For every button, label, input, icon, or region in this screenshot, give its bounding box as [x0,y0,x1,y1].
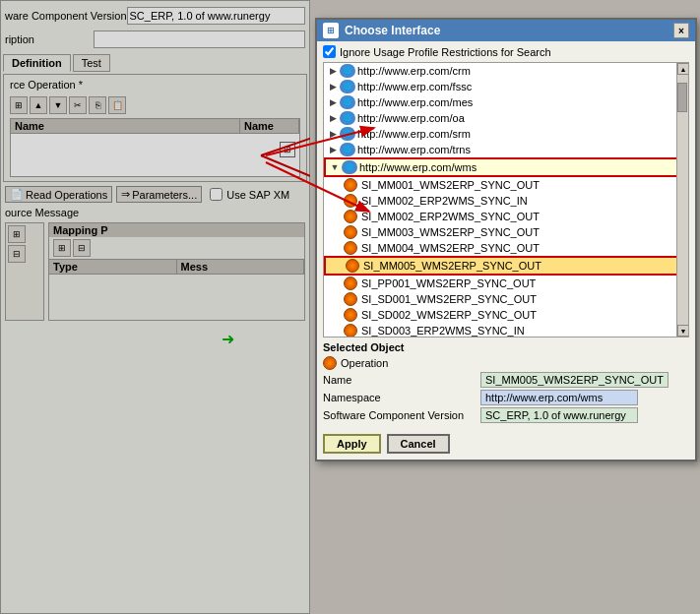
world-icon-fssc: 🌐 [340,80,355,93]
modal-icon: ⊞ [323,23,339,38]
tree-arrow-crm: ▶ [328,66,338,76]
tree-label-srm: http://www.erp.com/srm [357,128,471,140]
selected-namespace-label: Namespace [323,392,480,403]
tree-label-fssc: http://www.erp.com/fssc [357,81,472,92]
op-icon-8 [344,292,357,306]
op-icon-4 [344,225,357,239]
op-icon-10 [344,324,357,337]
selected-namespace-row: Namespace http://www.erp.com/wms [323,389,689,406]
choose-interface-dialog: ⊞ Choose Interface × Ignore Usage Profil… [315,18,697,461]
modal-title-bar: ⊞ Choose Interface × [317,20,695,41]
tree-item-op6[interactable]: SI_MM005_WMS2ERP_SYNC_OUT [324,256,688,276]
tree-label-op9: SI_SD002_WMS2ERP_SYNC_OUT [361,309,537,321]
tree-label-op3: SI_MM002_ERP2WMS_SYNC_OUT [361,211,540,222]
tree-label-op7: SI_PP001_WMS2ERP_SYNC_OUT [361,277,536,289]
tree-label-op6: SI_MM005_WMS2ERP_SYNC_OUT [363,260,541,272]
tree-arrow-trns: ▶ [328,145,338,154]
tree-item-fssc[interactable]: ▶ 🌐 http://www.erp.com/fssc [324,79,688,94]
tree-item-op1[interactable]: SI_MM001_WMS2ERP_SYNC_OUT [324,177,688,193]
ignore-usage-checkbox[interactable] [323,45,336,58]
selected-name-label: Name [323,374,480,386]
op-icon-1 [344,178,357,192]
tree-arrow-mes: ▶ [328,97,338,107]
tree-item-op7[interactable]: SI_PP001_WMS2ERP_SYNC_OUT [324,276,688,291]
tree-container: ▶ 🌐 http://www.erp.com/crm ▶ 🌐 http://ww… [317,62,695,338]
tree-item-op8[interactable]: SI_SD001_WMS2ERP_SYNC_OUT [324,291,688,307]
selected-namespace-value: http://www.erp.com/wms [480,390,638,405]
world-icon-wms: 🌐 [342,160,357,174]
selected-type-row: Operation [323,355,689,371]
op-icon-9 [344,308,357,322]
selected-name-row: Name SI_MM005_WMS2ERP_SYNC_OUT [323,371,689,389]
ignore-usage-label: Ignore Usage Profile Restrictions for Se… [340,46,551,58]
apply-button[interactable]: Apply [323,434,381,454]
tree-item-op9[interactable]: SI_SD002_WMS2ERP_SYNC_OUT [324,307,688,323]
tree-label-op5: SI_MM004_WMS2ERP_SYNC_OUT [361,242,540,254]
world-icon-oa: 🌐 [340,111,355,125]
selected-object-section: Selected Object Operation Name SI_MM005_… [317,338,695,428]
modal-checkbox-row: Ignore Usage Profile Restrictions for Se… [317,41,695,62]
scroll-down-btn[interactable]: ▼ [677,325,689,337]
world-icon-crm: 🌐 [340,64,355,78]
tree-item-op2[interactable]: SI_MM002_ERP2WMS_SYNC_IN [324,193,688,209]
selected-sw-label: Software Component Version [323,409,480,421]
scroll-thumb[interactable] [677,83,687,112]
cancel-button[interactable]: Cancel [387,434,450,454]
modal-tree-area[interactable]: ▶ 🌐 http://www.erp.com/crm ▶ 🌐 http://ww… [323,62,689,338]
tree-arrow-fssc: ▶ [328,82,338,92]
selected-name-value: SI_MM005_WMS2ERP_SYNC_OUT [480,372,668,388]
tree-arrow-oa: ▶ [328,113,338,123]
tree-item-mes[interactable]: ▶ 🌐 http://www.erp.com/mes [324,94,688,110]
tree-label-op10: SI_SD003_ERP2WMS_SYNC_IN [361,325,525,337]
tree-item-trns[interactable]: ▶ 🌐 http://www.erp.com/trns [324,142,688,157]
tree-label-trns: http://www.erp.com/trns [357,144,471,155]
tree-label-wms: http://www.erp.com/wms [359,161,477,173]
tree-label-mes: http://www.erp.com/mes [357,96,473,108]
selected-sw-value: SC_ERP, 1.0 of www.runergy [480,407,638,423]
modal-title-left: ⊞ Choose Interface [323,23,440,38]
tree-item-op3[interactable]: SI_MM002_ERP2WMS_SYNC_OUT [324,209,688,224]
op-icon-3 [344,210,357,223]
op-icon-7 [344,276,357,290]
tree-label-oa: http://www.erp.com/oa [357,112,465,124]
modal-close-button[interactable]: × [673,23,689,38]
tree-arrow-srm: ▶ [328,129,338,139]
tree-scrollbar[interactable]: ▲ ▼ [676,63,688,337]
selected-type-label: Operation [341,357,388,369]
op-icon-6 [346,259,359,273]
world-icon-srm: 🌐 [340,127,355,141]
modal-title-text: Choose Interface [345,24,440,37]
tree-label-op8: SI_SD001_WMS2ERP_SYNC_OUT [361,293,537,305]
tree-arrow-wms: ▼ [330,162,340,172]
tree-item-crm[interactable]: ▶ 🌐 http://www.erp.com/crm [324,63,688,79]
selected-sw-row: Software Component Version SC_ERP, 1.0 o… [323,406,689,424]
tree-label-op2: SI_MM002_ERP2WMS_SYNC_IN [361,195,528,207]
op-icon-2 [344,194,357,208]
tree-label-op1: SI_MM001_WMS2ERP_SYNC_OUT [361,179,540,191]
tree-item-op5[interactable]: SI_MM004_WMS2ERP_SYNC_OUT [324,240,688,256]
op-icon-5 [344,241,357,255]
world-icon-mes: 🌐 [340,95,355,109]
tree-item-op4[interactable]: SI_MM003_WMS2ERP_SYNC_OUT [324,224,688,240]
tree-scroll-area: ▶ 🌐 http://www.erp.com/crm ▶ 🌐 http://ww… [324,63,688,337]
world-icon-trns: 🌐 [340,143,355,156]
tree-item-op10[interactable]: SI_SD003_ERP2WMS_SYNC_IN [324,323,688,337]
tree-label-op4: SI_MM003_WMS2ERP_SYNC_OUT [361,226,540,238]
tree-item-wms[interactable]: ▼ 🌐 http://www.erp.com/wms [324,157,688,177]
modal-buttons: Apply Cancel [317,428,695,460]
selected-type-icon [323,356,337,370]
tree-item-oa[interactable]: ▶ 🌐 http://www.erp.com/oa [324,110,688,126]
tree-item-srm[interactable]: ▶ 🌐 http://www.erp.com/srm [324,126,688,142]
scroll-up-btn[interactable]: ▲ [677,63,689,75]
selected-object-title: Selected Object [323,341,689,353]
tree-label-crm: http://www.erp.com/crm [357,65,471,77]
